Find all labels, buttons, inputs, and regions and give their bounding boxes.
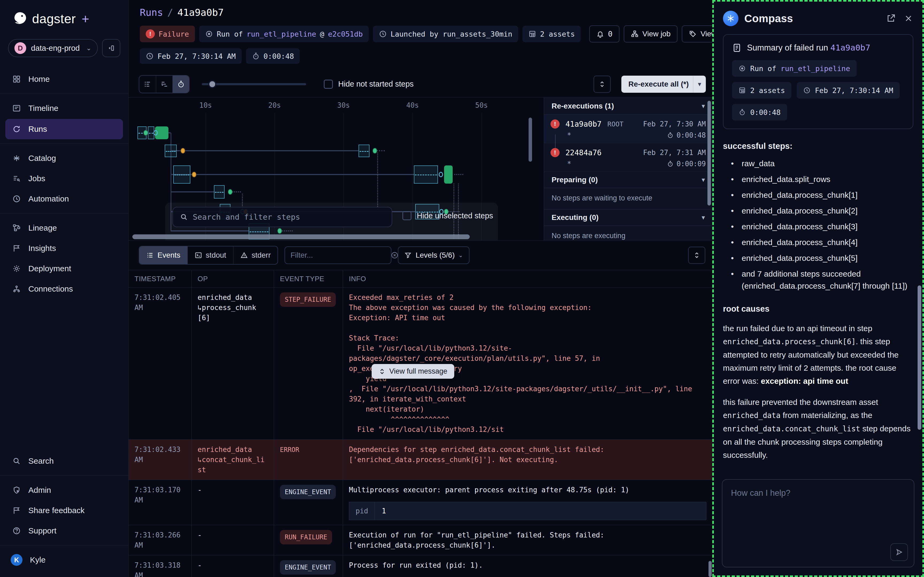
view-job-button[interactable]: View job <box>624 26 677 42</box>
view-timed-toggle[interactable] <box>173 76 189 93</box>
org-selector[interactable]: D data-eng-prod ⌄ <box>8 39 98 57</box>
breadcrumb-runs[interactable]: Runs <box>140 7 163 18</box>
sidebar-item-home[interactable]: Home <box>0 69 128 89</box>
log-event-row[interactable]: 7:31:03.266 AM-RUN_FAILUREExecution of r… <box>129 525 712 555</box>
hide-unselected-checkbox[interactable] <box>402 211 411 220</box>
summary-pill-link[interactable]: run_etl_pipeline <box>781 64 850 73</box>
compass-panel: Compass Summary of failed run 41a9a0b7 R… <box>712 0 924 577</box>
sidebar: dagster + D data-eng-prod ⌄ HomeTimeline… <box>0 0 129 577</box>
sidebar-item-label: Deployment <box>28 264 71 273</box>
re-execution-run[interactable]: !41a9a0b7ROOTFeb 27, 7:30 AM*0:00:48 <box>544 114 712 143</box>
gantt-bar-success[interactable] <box>444 166 453 184</box>
sidebar-item-jobs[interactable]: Jobs <box>0 168 128 189</box>
re-executions-scrollbar[interactable] <box>708 101 711 206</box>
sidebar-divider <box>0 475 128 476</box>
log-scrollbar[interactable] <box>708 561 712 577</box>
summary-pill: 0:00:48 <box>732 104 787 121</box>
gantt-bar-pending[interactable] <box>214 185 224 198</box>
metadata-key: pid <box>349 502 375 520</box>
app-root: dagster + D data-eng-prod ⌄ HomeTimeline… <box>0 0 924 577</box>
event-op: enriched_data ↳process_chunk[6] <box>192 288 274 439</box>
gantt-bar-pending[interactable] <box>358 145 369 157</box>
root-cause-paragraph: this failure prevented the downstream as… <box>723 395 913 461</box>
view-full-message-button[interactable]: View full message <box>372 364 454 379</box>
gantt-bar-pending[interactable] <box>173 166 190 184</box>
section-header-preparing-0[interactable]: Preparing (0)▾ <box>544 172 712 188</box>
re-execute-all-button[interactable]: Re-execute all (*) ▾ <box>621 76 706 93</box>
gantt-bar-pending[interactable] <box>414 166 438 184</box>
gantt-dot-success <box>373 148 377 154</box>
view-flat-toggle[interactable] <box>139 76 156 93</box>
compass-chat-input[interactable] <box>722 480 914 567</box>
sidebar-collapse-button[interactable] <box>102 39 120 57</box>
zoom-slider[interactable] <box>202 83 306 85</box>
chevron-down-icon: ▾ <box>702 103 705 110</box>
gantt-connector <box>185 150 358 151</box>
tab-stdout[interactable]: stdout <box>187 247 233 264</box>
sidebar-item-search[interactable]: Search <box>0 451 128 471</box>
log-event-row[interactable]: 7:31:03.318 AM-ENGINE_EVENTProcess for r… <box>129 555 712 577</box>
tab-events[interactable]: Events <box>139 247 187 264</box>
re-execute-caret[interactable]: ▾ <box>693 76 706 93</box>
sidebar-item-support[interactable]: Support <box>0 521 128 541</box>
sidebar-item-admin[interactable]: Admin <box>0 480 128 500</box>
event-type-cell: ENGINE_EVENT <box>274 480 343 525</box>
close-icon[interactable] <box>904 14 913 23</box>
gantt-horizontal-scrollbar[interactable] <box>132 234 470 239</box>
gantt-vertical-scrollbar[interactable] <box>529 118 532 162</box>
sidebar-item-insights[interactable]: Insights <box>0 238 128 258</box>
send-button[interactable] <box>890 543 908 561</box>
sidebar-item-share-feedback[interactable]: Share feedback <box>0 500 128 521</box>
sidebar-item-deployment[interactable]: Deployment <box>0 258 128 279</box>
re-execution-run[interactable]: !22484a76Feb 27, 7:31 AM*0:00:09 <box>544 143 712 172</box>
expand-panels-button[interactable] <box>593 76 611 93</box>
event-type-cell: STEP_FAILURE <box>274 288 343 439</box>
alerts-bell-button[interactable]: 0 <box>589 26 619 42</box>
user-menu[interactable]: KKyle <box>0 550 128 570</box>
duration-label: 0:00:48 <box>264 52 294 60</box>
sidebar-item-label: Automation <box>28 194 69 203</box>
main-content: Runs / 41a9a0b7 ! Failure Run of run_etl… <box>129 0 712 577</box>
run-duration-value: 0:00:48 <box>676 131 706 139</box>
sidebar-item-lineage[interactable]: Lineage <box>0 218 128 238</box>
tab-stderr[interactable]: stderr <box>233 247 278 264</box>
commit-link[interactable]: e2c051db <box>328 30 363 38</box>
log-filter-input[interactable] <box>290 251 387 259</box>
compass-scrollbar[interactable] <box>918 285 921 430</box>
log-event-row[interactable]: 7:31:02.405 AMenriched_data ↳process_chu… <box>129 288 712 440</box>
log-table-body: 7:31:02.405 AMenriched_data ↳process_chu… <box>129 288 712 577</box>
gantt-bar-pending[interactable] <box>165 145 177 157</box>
log-event-row[interactable]: 7:31:02.433 AMenriched_data ↳concat_chun… <box>129 440 712 480</box>
levels-filter-button[interactable]: Levels (5/6) ⌄ <box>398 247 469 264</box>
view-waterfall-toggle[interactable] <box>156 76 173 93</box>
sidebar-item-runs[interactable]: Runs <box>5 119 123 139</box>
successful-steps-list: raw_dataenriched_data.split_rowsenriched… <box>723 157 913 292</box>
log-filter-box <box>284 247 392 264</box>
summary-run-link[interactable]: 41a9a0b7 <box>830 43 870 52</box>
catalog-icon <box>12 154 21 163</box>
gantt-search-input[interactable] <box>193 213 385 222</box>
run-root-tag: ROOT <box>608 120 624 128</box>
hide-not-started-checkbox[interactable] <box>324 80 333 89</box>
up-down-icon <box>598 80 606 88</box>
clock-icon <box>146 52 154 60</box>
sidebar-item-timeline[interactable]: Timeline <box>0 98 128 118</box>
sidebar-item-catalog[interactable]: Catalog <box>0 148 128 168</box>
clock-icon <box>379 30 387 38</box>
dagster-logo[interactable]: dagster + <box>0 9 128 28</box>
assets-count-label: 2 assets <box>540 30 575 38</box>
zoom-slider-knob[interactable] <box>208 80 216 88</box>
open-external-icon[interactable] <box>886 14 896 23</box>
expand-message-icon <box>379 368 385 375</box>
job-link[interactable]: run_etl_pipeline <box>247 30 316 38</box>
section-header-executing-0[interactable]: Executing (0)▾ <box>544 209 712 226</box>
re-executions-title: Re-executions (1) <box>551 102 614 110</box>
log-event-row[interactable]: 7:31:03.170 AM-ENGINE_EVENTMultiprocess … <box>129 480 712 525</box>
sidebar-item-connections[interactable]: Connections <box>0 279 128 299</box>
expand-log-button[interactable] <box>688 247 705 264</box>
assets-chip[interactable]: 2 assets <box>522 26 581 42</box>
summary-pill-text: 0:00:48 <box>750 108 781 116</box>
sidebar-item-automation[interactable]: Automation <box>0 189 128 209</box>
clear-filter-icon[interactable] <box>390 251 398 259</box>
re-executions-header[interactable]: Re-executions (1) ▾ <box>544 98 712 114</box>
